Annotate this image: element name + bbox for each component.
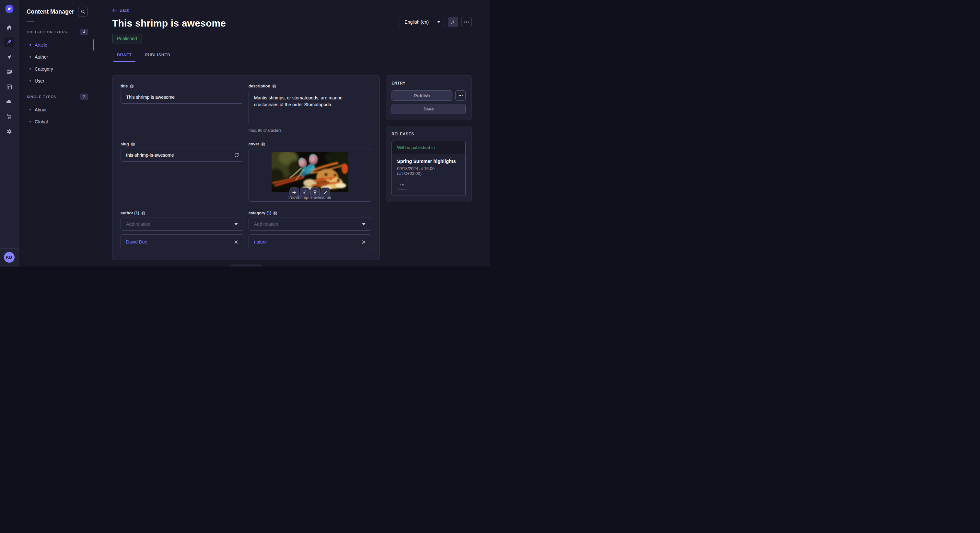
tab-draft[interactable]: DRAFT bbox=[113, 53, 135, 62]
field-label: author (1) bbox=[121, 211, 139, 215]
strapi-admin-app: KD Content Manager COLLECTION TYPES 4 Ar… bbox=[0, 0, 490, 266]
field-label: category (1) bbox=[248, 211, 272, 215]
marketplace-icon[interactable] bbox=[4, 111, 14, 122]
sidebar-item-label: User bbox=[35, 78, 45, 84]
home-icon[interactable] bbox=[4, 22, 14, 32]
release-more-button[interactable] bbox=[397, 180, 407, 190]
edit-form-card: title description bbox=[112, 75, 380, 260]
description-textarea[interactable]: Mantis shrimps, or stomatopods, are mari… bbox=[248, 90, 371, 124]
user-avatar[interactable]: KD bbox=[4, 252, 14, 263]
field-label: slug bbox=[121, 142, 129, 146]
publish-button[interactable]: Publish bbox=[391, 90, 452, 101]
sidebar-item-about[interactable]: About bbox=[19, 104, 93, 116]
main-content: Back English (en) This shrimp is awesome… bbox=[94, 0, 490, 266]
rail-divider bbox=[0, 248, 18, 249]
icon-rail: KD bbox=[0, 0, 19, 266]
field-label: title bbox=[121, 84, 128, 89]
strapi-logo-icon[interactable] bbox=[5, 5, 13, 13]
release-name: Spring Summer highlights bbox=[397, 159, 460, 164]
ellipsis-icon bbox=[458, 95, 463, 96]
cover-actions bbox=[290, 187, 330, 197]
sidebar-item-article[interactable]: Article bbox=[19, 39, 93, 51]
author-relation-select[interactable]: Add relation bbox=[121, 217, 243, 230]
field-label: description bbox=[248, 84, 270, 89]
bullet-icon bbox=[30, 44, 31, 46]
sidebar-item-label: Article bbox=[35, 43, 47, 48]
back-link[interactable]: Back bbox=[112, 8, 129, 13]
header-actions: English (en) bbox=[399, 17, 471, 27]
sidebar-item-user[interactable]: User bbox=[19, 75, 93, 87]
tab-published[interactable]: PUBLISHED bbox=[142, 53, 174, 62]
ellipsis-icon bbox=[464, 21, 469, 23]
status-badge: Published bbox=[112, 34, 142, 43]
more-options-button[interactable] bbox=[461, 17, 471, 27]
field-label: cover bbox=[248, 142, 259, 146]
single-types-section: SINGLE TYPES 2 About Global bbox=[19, 93, 93, 128]
download-button[interactable] bbox=[448, 17, 458, 27]
locale-select[interactable]: English (en) bbox=[399, 17, 445, 27]
back-label: Back bbox=[119, 8, 129, 13]
sidebar-item-label: Category bbox=[35, 67, 53, 71]
remove-relation-icon[interactable] bbox=[362, 240, 366, 244]
sidebar-item-label: About bbox=[35, 107, 47, 113]
sidebar-item-label: Author bbox=[35, 54, 48, 60]
globe-icon bbox=[273, 211, 277, 215]
cover-image[interactable] bbox=[272, 152, 348, 192]
sidebar-item-global[interactable]: Global bbox=[19, 116, 93, 128]
sidebar-title: Content Manager bbox=[27, 8, 74, 15]
right-sidebar: ENTRY Publish Save RELEASES Wil bbox=[386, 75, 471, 202]
delete-media-button[interactable] bbox=[310, 187, 320, 197]
section-count-badge: 4 bbox=[80, 29, 88, 35]
globe-icon bbox=[261, 142, 266, 146]
bullet-icon bbox=[30, 68, 31, 70]
arrow-left-icon bbox=[112, 8, 117, 12]
relation-link[interactable]: David Doe bbox=[126, 239, 147, 244]
relation-item: nature bbox=[248, 235, 371, 249]
relation-link[interactable]: nature bbox=[254, 239, 267, 244]
globe-icon bbox=[130, 84, 134, 89]
content-manager-icon[interactable] bbox=[4, 37, 14, 47]
section-label: SINGLE TYPES bbox=[27, 95, 56, 99]
search-button[interactable] bbox=[78, 7, 88, 17]
trash-icon bbox=[313, 190, 317, 195]
entry-more-button[interactable] bbox=[455, 90, 466, 101]
content-type-builder-icon[interactable] bbox=[4, 82, 14, 92]
sidebar-item-author[interactable]: Author bbox=[19, 51, 93, 63]
sidebar-item-category[interactable]: Category bbox=[19, 63, 93, 75]
entry-panel: ENTRY Publish Save bbox=[386, 75, 471, 120]
sidebar-item-label: Global bbox=[35, 119, 48, 124]
copy-link-button[interactable] bbox=[300, 187, 309, 197]
bullet-icon bbox=[30, 56, 31, 58]
ellipsis-icon bbox=[400, 184, 404, 186]
field-slug: slug bbox=[121, 142, 243, 202]
cloud-icon[interactable] bbox=[4, 97, 14, 107]
field-cover: cover bbox=[248, 142, 371, 202]
send-icon[interactable] bbox=[4, 52, 14, 62]
save-button[interactable]: Save bbox=[391, 104, 466, 114]
add-media-button[interactable] bbox=[290, 187, 299, 197]
globe-icon bbox=[272, 84, 277, 89]
slug-input[interactable] bbox=[121, 149, 243, 162]
version-tabs: DRAFT PUBLISHED bbox=[113, 53, 471, 62]
regenerate-slug-icon[interactable] bbox=[234, 152, 239, 158]
release-datetime: 09/18/2024 at 16:00 (UTC+02:00) bbox=[397, 166, 460, 176]
relation-item: David Doe bbox=[121, 235, 243, 249]
release-card: Will be published in Spring Summer highl… bbox=[391, 141, 466, 196]
content-manager-sidebar: Content Manager COLLECTION TYPES 4 Artic… bbox=[19, 0, 93, 266]
edit-media-button[interactable] bbox=[320, 187, 330, 197]
plus-icon bbox=[292, 190, 296, 195]
remove-relation-icon[interactable] bbox=[234, 240, 238, 244]
bottom-partial-widget[interactable] bbox=[231, 264, 262, 266]
settings-icon[interactable] bbox=[4, 126, 14, 136]
media-library-icon[interactable] bbox=[4, 67, 14, 77]
category-relation-select[interactable]: Add relation bbox=[248, 217, 371, 230]
globe-icon bbox=[131, 142, 135, 146]
section-count-badge: 2 bbox=[80, 94, 88, 100]
field-title: title bbox=[121, 84, 243, 133]
releases-panel: RELEASES Will be published in Spring Sum… bbox=[386, 126, 471, 202]
logo-section bbox=[0, 0, 18, 18]
relation-placeholder: Add relation bbox=[254, 222, 278, 227]
title-input[interactable] bbox=[121, 90, 243, 104]
collection-types-section: COLLECTION TYPES 4 Article Author Catego… bbox=[19, 28, 93, 87]
download-icon bbox=[451, 20, 456, 25]
